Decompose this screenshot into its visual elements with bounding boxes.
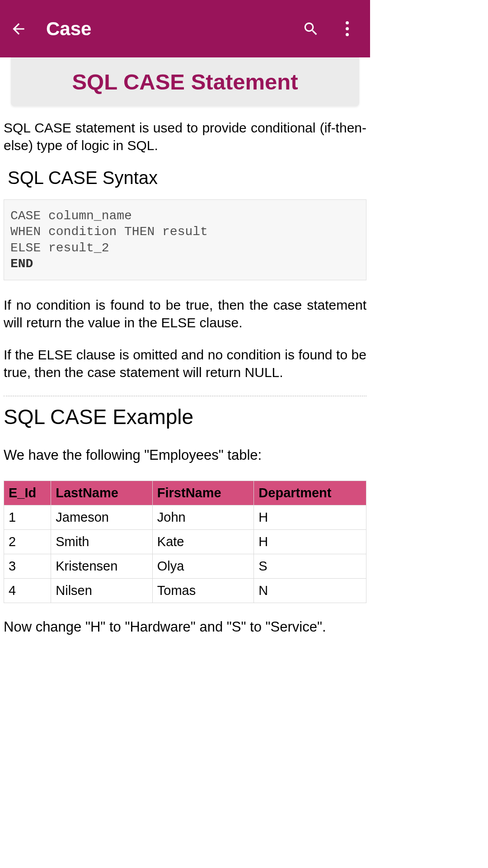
content-area: SQL CASE statement is used to provide co… (0, 112, 370, 635)
app-header: Case (0, 0, 370, 57)
code-line: ELSE result_2 (10, 240, 360, 256)
header-title: Case (46, 18, 91, 40)
code-block: CASE column_name WHEN condition THEN res… (4, 199, 366, 280)
table-cell: H (254, 505, 366, 530)
table-cell: Smith (51, 530, 153, 554)
table-cell: N (254, 579, 366, 603)
table-cell: Kristensen (51, 554, 153, 579)
table-header-department: Department (254, 481, 366, 505)
table-row: 3 Kristensen Olya S (4, 554, 366, 579)
employees-table: E_Id LastName FirstName Department 1 Jam… (4, 481, 366, 603)
title-card: SQL CASE Statement (11, 57, 359, 106)
table-cell: 2 (4, 530, 51, 554)
table-cell: 1 (4, 505, 51, 530)
table-row: 4 Nilsen Tomas N (4, 579, 366, 603)
table-cell: Olya (152, 554, 254, 579)
table-cell: 3 (4, 554, 51, 579)
section-divider (4, 396, 366, 396)
back-arrow-icon[interactable] (9, 19, 28, 38)
table-row: 2 Smith Kate H (4, 530, 366, 554)
table-cell: John (152, 505, 254, 530)
intro-text: SQL CASE statement is used to provide co… (4, 119, 366, 154)
table-cell: Kate (152, 530, 254, 554)
table-cell: Tomas (152, 579, 254, 603)
table-cell: Nilsen (51, 579, 153, 603)
footer-text: Now change "H" to "Hardware" and "S" to … (4, 619, 366, 635)
example-heading: SQL CASE Example (4, 405, 366, 429)
table-row: 1 Jameson John H (4, 505, 366, 530)
table-cell: 4 (4, 579, 51, 603)
more-vert-icon[interactable] (338, 19, 357, 38)
table-header-eid: E_Id (4, 481, 51, 505)
page-title: SQL CASE Statement (20, 69, 350, 94)
code-line: WHEN condition THEN result (10, 224, 360, 240)
table-cell: H (254, 530, 366, 554)
table-cell: S (254, 554, 366, 579)
table-header-row: E_Id LastName FirstName Department (4, 481, 366, 505)
table-cell: Jameson (51, 505, 153, 530)
table-header-firstname: FirstName (152, 481, 254, 505)
search-icon[interactable] (301, 19, 320, 38)
table-header-lastname: LastName (51, 481, 153, 505)
code-line: END (10, 256, 360, 272)
table-intro: We have the following "Employees" table: (4, 447, 366, 463)
syntax-heading: SQL CASE Syntax (8, 168, 366, 188)
body-paragraph: If no condition is found to be true, the… (4, 296, 366, 331)
code-line: CASE column_name (10, 208, 360, 224)
body-paragraph: If the ELSE clause is omitted and no con… (4, 346, 366, 381)
